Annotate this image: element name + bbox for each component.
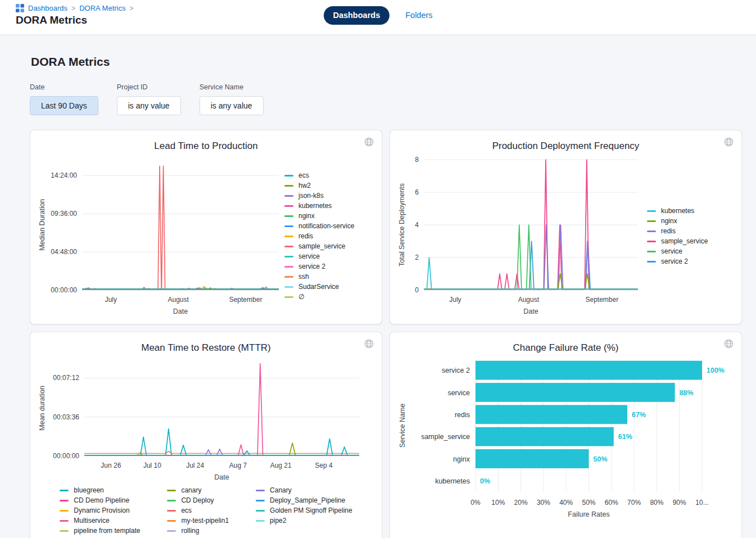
svg-text:nginx: nginx [453,455,470,463]
legend-item[interactable]: Dynamic Provision [60,507,140,515]
legend-label: service [661,247,682,256]
svg-text:09:36:00: 09:36:00 [51,210,77,218]
legend-item[interactable]: ecs [167,507,229,515]
card-production-deployment-frequency: Production Deployment Frequency 02468Jul… [390,130,742,324]
svg-text:80%: 80% [650,499,663,507]
legend-swatch [284,236,293,237]
svg-text:04:48:00: 04:48:00 [51,248,77,256]
legend-item[interactable]: sample_service [284,242,371,251]
legend-swatch [60,490,69,491]
legend-label: sample_service [661,237,708,246]
filter-project-id-value-button[interactable]: is any value [117,96,181,115]
legend-item[interactable]: Golden PM Signoff Pipeline [256,507,352,515]
svg-text:60%: 60% [605,499,618,507]
legend-item[interactable]: Multiservice [60,517,140,525]
legend-item[interactable]: notification-service [284,222,371,230]
legend-swatch [284,175,293,177]
filter-service-name-label: Service Name [200,83,264,91]
legend-swatch [647,210,656,212]
svg-text:00:00:00: 00:00:00 [53,452,79,460]
legend-label: kubernetes [298,202,332,210]
legend-swatch [284,215,293,217]
legend-label: nginx [298,212,315,220]
card-change-failure-rate: Change Failure Rate (%) 0%10%20%30%40%50… [390,332,742,538]
legend-item[interactable]: CD Deploy [167,496,229,505]
svg-text:10%: 10% [491,499,505,507]
svg-text:67%: 67% [632,411,646,419]
legend-item[interactable]: ssh [284,273,371,281]
tab-folders[interactable]: Folders [405,11,432,20]
svg-text:Mean duration: Mean duration [38,386,46,431]
legend-label: rolling [181,527,199,535]
svg-text:90%: 90% [673,499,686,507]
legend-item[interactable]: ∅ [284,293,371,301]
filter-date-value-button[interactable]: Last 90 Days [30,96,98,115]
svg-text:100%: 100% [707,367,725,374]
tab-dashboards[interactable]: Dashboards [323,6,390,25]
legend-item[interactable]: bluegreen [60,486,140,495]
legend-label: service 2 [661,257,688,266]
breadcrumb-dora-metrics-link[interactable]: DORA Metrics [79,4,125,12]
legend-item[interactable]: redis [284,232,371,241]
legend-item[interactable]: Deploy_Sample_Pipeline [256,496,352,505]
legend-item[interactable]: service [647,247,734,256]
legend-item[interactable]: kubernetes [284,202,371,210]
chart-title: Lead Time to Production [37,141,375,152]
breadcrumb-dashboards-link[interactable]: Dashboards [28,4,67,12]
legend-item[interactable]: json-k8s [284,192,371,200]
legend-item[interactable]: canary [167,486,229,495]
svg-text:00:03:36: 00:03:36 [53,413,79,421]
legend-item[interactable]: nginx [284,212,371,220]
legend-item[interactable]: nginx [647,217,734,225]
legend-label: Dynamic Provision [74,507,129,515]
legend-item[interactable]: CD Demo Pipeline [60,496,140,505]
globe-icon[interactable] [364,137,374,147]
filter-date-label: Date [30,83,98,91]
legend-swatch [167,500,176,501]
svg-text:sample_service: sample_service [421,433,470,441]
svg-text:50%: 50% [582,499,595,507]
legend-item[interactable]: hw2 [284,182,371,190]
legend-item[interactable]: rolling [167,527,229,535]
legend-item[interactable]: pipe2 [256,517,352,525]
legend-item[interactable]: kubernetes [647,207,734,215]
legend-column: CanaryDeploy_Sample_PipelineGolden PM Si… [256,486,352,535]
deployment-frequency-chart: 02468JulyAugustSeptemberDateTotal Servic… [397,152,645,320]
globe-icon[interactable] [723,137,734,147]
svg-text:Failure Rates: Failure Rates [568,510,609,518]
legend-item[interactable]: service 2 [284,263,371,271]
legend-item[interactable]: pipeline from template [60,527,140,535]
legend-swatch [284,246,293,247]
legend-swatch [284,185,293,187]
legend-label: ssh [298,273,309,281]
svg-text:50%: 50% [594,455,608,463]
card-mean-time-to-restore: Mean Time to Restore (MTTR) 00:00:0000:0… [30,332,382,538]
filter-service-name-value-button[interactable]: is any value [200,96,264,115]
legend-label: redis [298,232,313,241]
legend-swatch [60,500,69,501]
legend-label: notification-service [298,222,354,230]
legend-swatch [60,530,69,532]
legend-label: Deploy_Sample_Pipeline [270,496,345,505]
legend-item[interactable]: Canary [256,486,352,495]
chart-title: Change Failure Rate (%) [397,342,735,354]
legend-item[interactable]: service 2 [647,257,734,266]
filter-service-name: Service Name is any value [200,83,264,115]
legend-item[interactable]: redis [647,227,734,236]
legend-item[interactable]: sample_service [647,237,734,246]
legend-swatch [284,266,293,268]
legend-item[interactable]: service [284,252,371,261]
svg-text:30%: 30% [537,499,550,507]
legend-swatch [647,261,656,263]
legend-label: bluegreen [74,486,103,495]
legend-swatch [284,276,293,278]
legend-item[interactable]: SudarService [284,283,371,291]
globe-icon[interactable] [723,338,734,349]
svg-text:0%: 0% [480,477,490,485]
legend-item[interactable]: my-test-pipelin1 [167,517,229,525]
svg-text:service: service [447,389,470,397]
svg-text:Date: Date [214,473,229,481]
legend-item[interactable]: ecs [284,171,371,180]
legend-label: SudarService [298,283,339,291]
globe-icon[interactable] [364,338,374,349]
